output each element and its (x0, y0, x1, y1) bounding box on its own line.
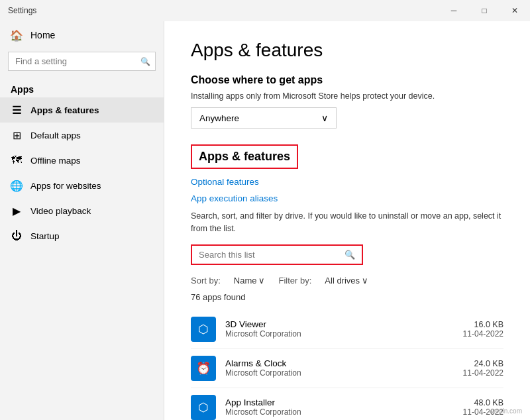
close-button[interactable]: ✕ (500, 0, 530, 21)
search-icon: 🔍 (140, 57, 150, 66)
maximize-button[interactable]: □ (469, 0, 500, 21)
app-meta: 16.0 KB 11-04-2022 (463, 320, 504, 339)
app-date: 11-04-2022 (463, 368, 504, 378)
sidebar-search-container: 🔍 (8, 52, 156, 71)
watermark: wsxdn.com (489, 407, 522, 415)
sort-chevron-icon: ∨ (258, 276, 265, 286)
titlebar: Settings ─ □ ✕ (0, 0, 530, 21)
app-date: 11-04-2022 (463, 329, 504, 339)
optional-features-link[interactable]: Optional features (191, 177, 504, 187)
startup-icon: ⏻ (11, 230, 23, 242)
sidebar-home-label: Home (30, 30, 55, 40)
sort-value: Name (234, 276, 257, 286)
chevron-down-icon: ∨ (321, 113, 328, 123)
titlebar-controls: ─ □ ✕ (439, 0, 530, 21)
minimize-button[interactable]: ─ (439, 0, 469, 21)
sidebar-section-label: Apps (0, 79, 164, 97)
app-icon: ⬡ (191, 317, 216, 342)
sidebar-item-video-playback[interactable]: ▶ Video playback (0, 198, 164, 223)
default-apps-icon: ⊞ (11, 129, 23, 141)
sidebar-offline-maps-label: Offline maps (30, 156, 81, 166)
dropdown-value: Anywhere (199, 113, 239, 123)
app-size: 48.0 KB (463, 398, 504, 407)
sort-name-button[interactable]: Name ∨ (234, 276, 266, 286)
filter-chevron-icon: ∨ (362, 276, 368, 286)
app-container: 🏠 Home 🔍 Apps ☰ Apps & features ⊞ Defaul… (0, 21, 530, 420)
video-playback-icon: ▶ (11, 205, 23, 217)
titlebar-title: Settings (8, 6, 36, 15)
sidebar-item-apps-features[interactable]: ☰ Apps & features (0, 97, 164, 123)
description-text: Search, sort, and filter by drive. If yo… (191, 210, 504, 235)
apps-websites-icon: 🌐 (11, 180, 23, 191)
page-title: Apps & features (191, 40, 504, 61)
apps-count: 76 apps found (191, 292, 504, 302)
anywhere-dropdown[interactable]: Anywhere ∨ (191, 107, 337, 129)
app-size: 24.0 KB (463, 359, 504, 368)
search-list-container: 🔍 (191, 244, 363, 265)
app-list-item[interactable]: ⬡ App Installer Microsoft Corporation 48… (191, 388, 504, 421)
app-name: Alarms & Clock (225, 358, 454, 368)
sidebar-item-home[interactable]: 🏠 Home (0, 21, 164, 49)
app-list: ⬡ 3D Viewer Microsoft Corporation 16.0 K… (191, 310, 504, 421)
filter-value: All drives (325, 276, 360, 286)
app-name: 3D Viewer (225, 319, 454, 329)
search-list-input[interactable] (199, 250, 344, 260)
app-icon: ⏰ (191, 356, 216, 381)
sidebar-default-apps-label: Default apps (30, 131, 81, 140)
install-info-text: Installing apps only from Microsoft Stor… (191, 91, 504, 101)
app-info: Alarms & Clock Microsoft Corporation (225, 358, 454, 378)
sort-label: Sort by: (191, 276, 221, 286)
sidebar-item-default-apps[interactable]: ⊞ Default apps (0, 123, 164, 148)
app-list-item[interactable]: ⬡ 3D Viewer Microsoft Corporation 16.0 K… (191, 310, 504, 349)
apps-features-heading: Apps & features (191, 144, 298, 169)
app-meta: 24.0 KB 11-04-2022 (463, 359, 504, 378)
choose-subtitle: Choose where to get apps (191, 74, 504, 86)
sidebar-item-offline-maps[interactable]: 🗺 Offline maps (0, 148, 164, 173)
filter-drives-button[interactable]: All drives ∨ (325, 276, 368, 286)
home-icon: 🏠 (11, 29, 23, 41)
sidebar-item-apps-websites[interactable]: 🌐 Apps for websites (0, 173, 164, 198)
app-info: 3D Viewer Microsoft Corporation (225, 319, 454, 339)
app-list-item[interactable]: ⏰ Alarms & Clock Microsoft Corporation 2… (191, 349, 504, 388)
sort-filter-row: Sort by: Name ∨ Filter by: All drives ∨ (191, 276, 504, 286)
sidebar-item-startup[interactable]: ⏻ Startup (0, 223, 164, 248)
app-publisher: Microsoft Corporation (225, 407, 454, 417)
app-execution-link[interactable]: App execution aliases (191, 193, 504, 203)
main-content: Apps & features Choose where to get apps… (164, 21, 530, 420)
app-publisher: Microsoft Corporation (225, 329, 454, 339)
app-info: App Installer Microsoft Corporation (225, 397, 454, 417)
filter-label: Filter by: (278, 276, 311, 286)
sidebar-video-playback-label: Video playback (30, 206, 91, 216)
sidebar-startup-label: Startup (30, 231, 60, 241)
app-publisher: Microsoft Corporation (225, 368, 454, 378)
app-size: 16.0 KB (463, 320, 504, 329)
sidebar: 🏠 Home 🔍 Apps ☰ Apps & features ⊞ Defaul… (0, 21, 164, 420)
find-setting-input[interactable] (8, 52, 156, 71)
app-name: App Installer (225, 397, 454, 407)
offline-maps-icon: 🗺 (11, 154, 23, 166)
sidebar-apps-features-label: Apps & features (30, 105, 99, 115)
sidebar-apps-websites-label: Apps for websites (30, 181, 101, 191)
search-list-icon: 🔍 (344, 250, 355, 260)
apps-features-icon: ☰ (11, 104, 23, 116)
app-icon: ⬡ (191, 395, 216, 420)
